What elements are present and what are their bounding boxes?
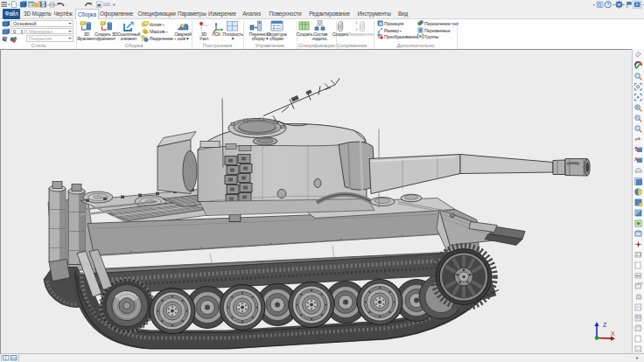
- svg-text:100...: 100...: [103, 2, 115, 7]
- svg-text:не: не: [636, 274, 641, 278]
- svg-text:?: ?: [606, 2, 610, 7]
- svg-text:X: X: [611, 331, 615, 337]
- svg-text:Z: Z: [603, 322, 607, 328]
- svg-text:1:1: 1:1: [636, 253, 642, 257]
